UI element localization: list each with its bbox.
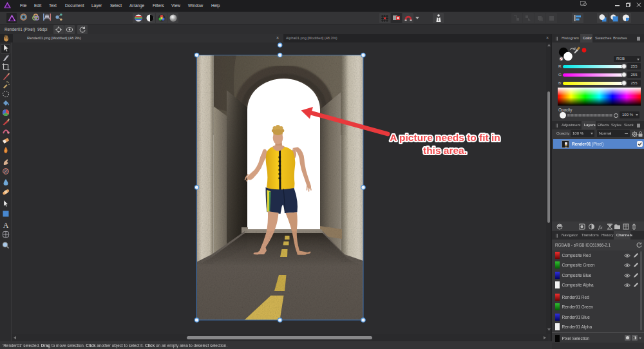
svg-text:A picture needs to fit in: A picture needs to fit in [390, 132, 500, 143]
svg-text:fx: fx [598, 223, 603, 230]
svg-text:A: A [3, 221, 9, 230]
svg-text:this area.: this area. [423, 145, 467, 156]
